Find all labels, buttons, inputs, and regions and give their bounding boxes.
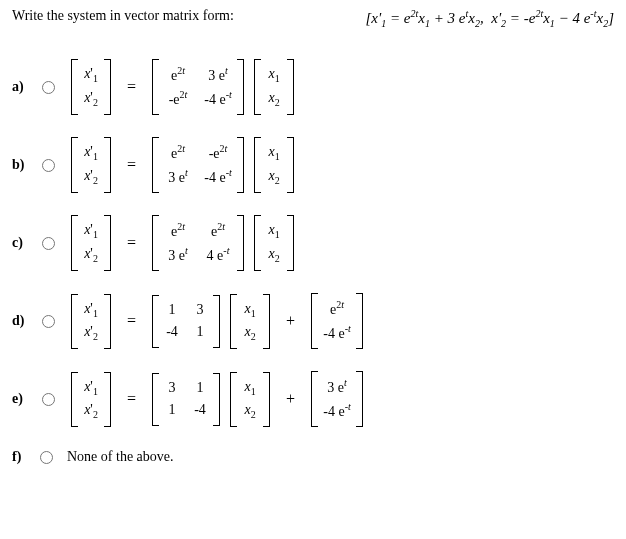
option-a-radio[interactable] [42, 81, 55, 94]
equals-sign: = [127, 78, 136, 96]
x-vector: x1 x2 [254, 215, 294, 271]
xprime-vector: x'1 x'2 [71, 215, 111, 271]
xprime-vector: x'1 x'2 [71, 137, 111, 193]
option-a-row: a) x'1 x'2 = e2t3 et -e2t-4 e-t x1 x2 [12, 59, 614, 115]
option-d-label: d) [12, 313, 32, 329]
option-d-addvector: e2t -4 e-t [311, 293, 363, 349]
option-c-label: c) [12, 235, 32, 251]
x-vector: x1 x2 [230, 372, 270, 428]
option-b-matrix: e2t-e2t 3 et-4 e-t [152, 137, 244, 193]
given-system: [x'1 = e2tx1 + 3 etx2, x'2 = -e2tx1 − 4 … [366, 8, 615, 29]
option-f-radio[interactable] [40, 451, 53, 464]
option-a-label: a) [12, 79, 32, 95]
option-e-addvector: 3 et -4 e-t [311, 371, 363, 427]
option-b-label: b) [12, 157, 32, 173]
option-c-row: c) x'1 x'2 = e2te2t 3 et4 e-t x1 x2 [12, 215, 614, 271]
option-e-label: e) [12, 391, 32, 407]
option-c-radio[interactable] [42, 237, 55, 250]
option-f-row: f) None of the above. [12, 449, 614, 465]
option-d-row: d) x'1 x'2 = 13 -41 x1 x2 + e2t -4 e-t [12, 293, 614, 349]
option-e-radio[interactable] [42, 393, 55, 406]
x-vector: x1 x2 [254, 137, 294, 193]
option-d-matrix: 13 -41 [152, 295, 220, 348]
option-a-matrix: e2t3 et -e2t-4 e-t [152, 59, 244, 115]
x-vector: x1 x2 [230, 294, 270, 350]
plus-sign: + [286, 390, 295, 408]
equals-sign: = [127, 312, 136, 330]
xprime-vector: x'1 x'2 [71, 372, 111, 428]
equals-sign: = [127, 390, 136, 408]
option-f-text: None of the above. [67, 449, 174, 465]
equals-sign: = [127, 156, 136, 174]
option-b-row: b) x'1 x'2 = e2t-e2t 3 et-4 e-t x1 x2 [12, 137, 614, 193]
xprime-vector: x'1 x'2 [71, 59, 111, 115]
option-e-row: e) x'1 x'2 = 31 1-4 x1 x2 + 3 et -4 e-t [12, 371, 614, 427]
plus-sign: + [286, 312, 295, 330]
option-f-label: f) [12, 449, 32, 465]
option-d-radio[interactable] [42, 315, 55, 328]
x-vector: x1 x2 [254, 59, 294, 115]
option-b-radio[interactable] [42, 159, 55, 172]
question-prompt: Write the system in vector matrix form: [12, 8, 234, 24]
xprime-vector: x'1 x'2 [71, 294, 111, 350]
equals-sign: = [127, 234, 136, 252]
option-e-matrix: 31 1-4 [152, 373, 220, 426]
option-c-matrix: e2te2t 3 et4 e-t [152, 215, 244, 271]
